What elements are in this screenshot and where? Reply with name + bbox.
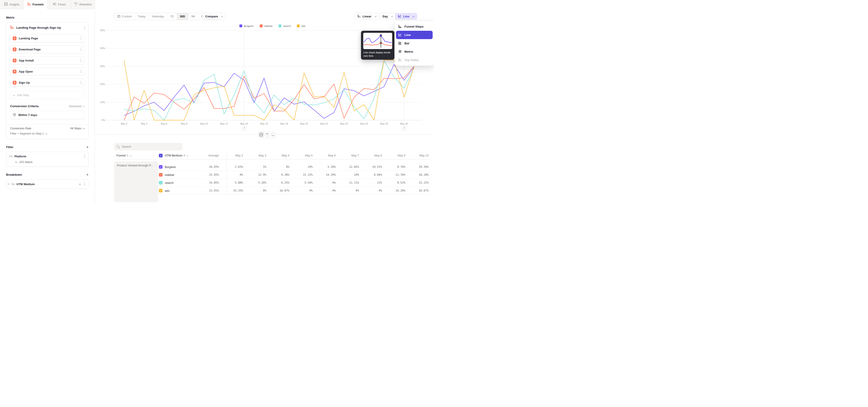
menu-item-top-paths: Top Paths [396,56,433,64]
add-breakdown-button[interactable]: + [86,173,89,176]
add-filter-button[interactable]: + [86,146,89,149]
chart-type-dropdown-button[interactable]: Line [395,13,417,20]
row-select[interactable]: ✓search [159,181,174,185]
filter-section-label: Filter [6,146,13,149]
row-checkbox[interactable]: ✓ [159,173,162,177]
column-header-may-4: May 4 [268,152,289,159]
funnel-step-5[interactable]: 5Sign Up [10,79,85,87]
range-today[interactable]: Today [135,13,149,20]
conversion-window-button[interactable]: Within 7 days [10,111,85,119]
tab-funnels[interactable]: Funnels [24,0,48,9]
row-checkbox[interactable]: ✓ [159,189,162,192]
funnel-step-1[interactable]: 1Landing Page [10,34,85,42]
filter-segment-dropdown[interactable]: Filter + Segment on Step 1 [6,130,88,138]
range-30d[interactable]: 30D [177,13,188,20]
svg-text:20%: 20% [100,83,105,86]
row-checkbox[interactable]: ✓ [159,165,162,169]
breakdown-kebab-menu[interactable] [84,182,86,186]
range-7d[interactable]: 7D [167,13,177,20]
metric-header[interactable]: Landing Page through Sign Up [6,22,88,33]
step-kebab-menu[interactable] [80,80,82,85]
series-search [124,61,414,120]
chevron-down-icon [186,154,188,156]
retention-icon [74,2,78,6]
search-icon [117,145,120,148]
tab-flows[interactable]: Flows [48,0,71,9]
funnel-column-header[interactable]: Funnel1 [116,152,131,159]
step-number-badge: 4 [13,70,17,73]
cell-value: 16.03% [197,165,219,168]
menu-item-metric[interactable]: Metric [396,48,433,56]
menu-item-bar[interactable]: Bar [396,39,433,48]
range-custom[interactable]: Custom [114,13,135,20]
compare-button[interactable]: Compare [202,13,226,20]
filter-value[interactable]: iOS Native [20,160,32,164]
add-step-button[interactable]: + Add Step [10,91,85,99]
remove-breakdown-icon[interactable]: × [78,182,82,186]
funnel-step-4[interactable]: 4App Open [10,67,85,75]
menu-item-line[interactable]: Line [396,31,433,39]
select-all-checkbox[interactable]: ✓ [159,154,162,157]
funnel-step-2[interactable]: 2Download Page [10,45,85,53]
chart-view-toggle[interactable] [264,132,270,137]
breakdown-column-header[interactable]: ✓ UTM Medium4 [159,152,188,159]
conversion-rate-label: Conversion Rate [10,127,31,130]
step-kebab-menu[interactable] [80,69,82,74]
cell-value: 5% [245,165,266,168]
cell-value: 2.63% [221,165,243,168]
cell-value: 0% [291,189,313,192]
filter-kebab-menu[interactable] [84,154,86,158]
column-header-average: Average [197,152,219,159]
metric-kebab-menu[interactable] [84,26,86,30]
series-ads [124,60,414,120]
svg-text:May 6: May 6 [161,122,167,125]
funnels-report-app: InsightsFunnelsFlowsRetention Metric Lan… [0,0,434,204]
cell-value: 11.76% [384,173,405,176]
table-row-group-label[interactable]: Product Viewed through P... [114,161,158,202]
linear-scale-icon [358,14,361,18]
cell-value: 9.52% [384,181,405,184]
range-yesterday[interactable]: Yesterday [149,13,167,20]
row-select[interactable]: ✓ads [159,189,169,192]
line-chart-tooltip: Line charts display trends over time. [361,31,395,60]
menu-item-funnel-steps[interactable]: Funnel Steps [396,22,433,31]
cell-value: 12.82% [338,165,359,168]
filter-operator[interactable]: Is [15,160,17,164]
plus-icon: + [13,93,15,97]
text-type-icon: Aa [11,183,15,186]
step-kebab-menu[interactable] [80,36,82,40]
row-checkbox[interactable]: ✓ [159,181,162,185]
funnel-step-3[interactable]: 3App Install [10,56,85,64]
series-organic [124,64,414,118]
split-view-toggle[interactable] [258,132,264,137]
step-label: Landing Page [19,37,78,40]
svg-text:30%: 30% [100,65,105,68]
row-select[interactable]: ✓sidebar [159,173,175,177]
row-select[interactable]: ✓$organic [159,165,176,169]
interval-dropdown-button[interactable]: Day [379,13,396,20]
svg-text:May 28: May 28 [380,122,388,125]
range-3m[interactable]: 3M [188,13,198,20]
column-header-may-6: May 6 [314,152,336,159]
advanced-dropdown[interactable]: Advanced [69,105,85,108]
cell-value: 0% [221,173,243,176]
scale-dropdown-button[interactable]: Linear [354,13,379,20]
tab-insights[interactable]: Insights [0,0,24,9]
table-search-input[interactable]: Search [114,143,182,150]
chevron-down-icon [129,154,132,156]
conversion-rate-scope-dropdown[interactable]: All Steps [70,127,85,130]
cell-value: 16.67% [407,189,429,192]
breakdown-property-row[interactable]: Aa UTM Medium × [6,180,88,189]
cell-value: 14.29% [384,189,405,192]
svg-text:10%: 10% [100,101,105,103]
tooltip-text: Line charts display trends over time. [364,51,392,57]
tab-retention[interactable]: Retention [71,0,95,9]
step-kebab-menu[interactable] [80,58,82,63]
annotation-badge-may-30[interactable]: 1 [402,125,406,130]
table-view-toggle[interactable] [270,132,276,137]
annotation-badge-may-14[interactable]: 1 [242,125,247,130]
filter-property-row[interactable]: Aa Platform [6,152,88,160]
step-kebab-menu[interactable] [80,47,82,52]
drag-handle-icon[interactable] [8,183,9,185]
row-label: ads [165,189,169,192]
